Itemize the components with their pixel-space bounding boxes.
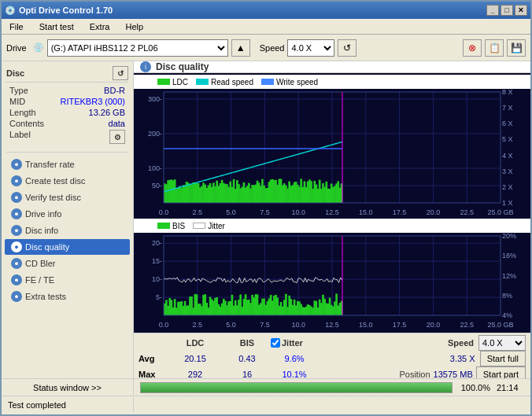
sidebar-btn-icon-disc-info: ●: [11, 225, 22, 236]
stats-position-value: 13575 MB: [434, 370, 473, 378]
disc-contents-row: Contents data: [9, 119, 125, 128]
sidebar-btn-label-cd-bler: CD Bler: [25, 259, 56, 268]
sidebar-btn-icon-cd-bler: ●: [11, 258, 22, 269]
chart-icon: i: [140, 61, 151, 72]
disc-type-value: BD-R: [104, 86, 125, 95]
refresh-button[interactable]: ↺: [338, 39, 357, 57]
stats-max-label: Max: [139, 370, 167, 378]
legend-jitter-label: Jitter: [208, 222, 225, 230]
start-full-button[interactable]: Start full: [480, 351, 526, 366]
sidebar-divider-1: [6, 152, 128, 153]
drive-icon: 💿: [33, 42, 44, 53]
sidebar-btn-label-disc-quality: Disc quality: [25, 242, 69, 252]
time-display: 21:14: [497, 383, 524, 392]
sidebar-btn-drive-info[interactable]: ●Drive info: [5, 206, 130, 222]
jitter-checkbox[interactable]: [271, 338, 280, 348]
close-button[interactable]: ✕: [515, 5, 527, 16]
disc-label-label: Label: [9, 130, 31, 144]
stats-position-row: Position 13575 MB Start part: [399, 366, 526, 378]
sidebar: Disc ↺ Type BD-R MID RITEKBR3 (000) Leng…: [2, 61, 134, 378]
stats-bis-header: BIS: [224, 338, 271, 348]
sidebar-btn-transfer-rate[interactable]: ●Transfer rate: [5, 156, 130, 172]
stats-speed-header: Speed: [448, 338, 474, 348]
disc-refresh-button[interactable]: ↺: [113, 66, 128, 80]
menu-extra[interactable]: Extra: [85, 20, 115, 33]
disc-contents-value: data: [109, 119, 125, 128]
legend-read-speed-color: [196, 79, 209, 85]
sidebar-btn-disc-quality[interactable]: ●Disc quality: [5, 239, 130, 255]
stats-jitter-header-area: Jitter: [271, 338, 303, 348]
menu-bar: File Start test Extra Help: [2, 19, 530, 35]
legend-ldc-color: [157, 79, 170, 85]
sidebar-btn-icon-transfer-rate: ●: [11, 159, 22, 170]
progress-area: 100.0% 21:14: [134, 379, 530, 396]
disc-info-panel: Type BD-R MID RITEKBR3 (000) Length 13.2…: [6, 86, 128, 144]
stats-speed-select[interactable]: 4.0 X: [478, 335, 526, 351]
stats-right-controls: Speed 4.0 X: [448, 335, 526, 351]
menu-start-test[interactable]: Start test: [35, 20, 79, 33]
disc-section-title: Disc: [6, 68, 24, 78]
legend-ldc-label: LDC: [172, 78, 188, 87]
progress-bar: [140, 382, 453, 393]
speed-label: Speed: [260, 43, 285, 53]
eject-button[interactable]: ▲: [231, 39, 250, 57]
sidebar-btn-icon-verify-test-disc: ●: [11, 192, 22, 203]
legend-bis-label: BIS: [172, 222, 185, 230]
copy-button[interactable]: 📋: [485, 39, 504, 57]
stats-avg-bis: 0.43: [224, 354, 271, 363]
disc-label-button[interactable]: ⚙: [109, 130, 125, 144]
disc-type-label: Type: [9, 86, 28, 95]
sidebar-btn-icon-fe-te: ●: [11, 274, 22, 285]
disc-length-label: Length: [9, 108, 36, 117]
toolbar: Drive 💿 (G:) ATAPI iHBS112 2 PL06 ▲ Spee…: [2, 35, 530, 61]
stats-avg-ldc: 20.15: [167, 354, 224, 363]
progress-text: 100.0%: [459, 383, 490, 392]
legend-read-speed-label: Read speed: [211, 78, 253, 87]
save-button[interactable]: 💾: [507, 39, 526, 57]
app-icon: 💿: [5, 6, 16, 16]
stats-jitter-header: Jitter: [282, 338, 303, 348]
start-part-button[interactable]: Start part: [476, 366, 526, 378]
speed-select[interactable]: 4.0 X: [287, 39, 334, 57]
sidebar-btn-label-extra-tests: Extra tests: [25, 292, 66, 301]
legend-write-speed-color: [261, 79, 274, 85]
top-chart: [134, 89, 530, 219]
status-window-button[interactable]: Status window >>: [2, 379, 134, 396]
sidebar-btn-disc-info[interactable]: ●Disc info: [5, 223, 130, 238]
charts-area: LDC Read speed Write speed: [134, 73, 530, 333]
legend-bis: BIS: [157, 222, 185, 230]
legend-ldc: LDC: [157, 78, 188, 87]
minimize-button[interactable]: _: [486, 5, 499, 16]
drive-select[interactable]: (G:) ATAPI iHBS112 2 PL06: [47, 39, 228, 57]
sidebar-nav: ●Transfer rate●Create test disc●Verify t…: [2, 156, 133, 305]
menu-help[interactable]: Help: [120, 20, 148, 33]
top-chart-container: [134, 89, 530, 219]
bottom-legend: BIS Jitter: [134, 219, 530, 233]
disc-mid-value[interactable]: RITEKBR3 (000): [60, 97, 125, 106]
sidebar-btn-label-drive-info: Drive info: [25, 209, 61, 219]
sidebar-btn-verify-test-disc[interactable]: ●Verify test disc: [5, 190, 130, 205]
stats-avg-label: Avg: [139, 354, 167, 363]
stats-avg-row: Avg 20.15 0.43 9.6% 3.35 X Start full: [139, 351, 526, 366]
stats-avg-jitter: 9.6%: [271, 354, 318, 363]
stats-speed-row: 3.35 X Start full: [450, 351, 526, 366]
main-content: Disc ↺ Type BD-R MID RITEKBR3 (000) Leng…: [2, 61, 530, 378]
sidebar-btn-label-create-test-disc: Create test disc: [25, 176, 85, 186]
sidebar-btn-label-verify-test-disc: Verify test disc: [25, 193, 81, 202]
sidebar-btn-fe-te[interactable]: ●FE / TE: [5, 272, 130, 288]
sidebar-btn-icon-create-test-disc: ●: [11, 175, 22, 186]
erase-button[interactable]: ⊗: [463, 39, 482, 57]
sidebar-btn-extra-tests[interactable]: ●Extra tests: [5, 289, 130, 304]
legend-write-speed-label: Write speed: [276, 78, 318, 87]
sidebar-btn-cd-bler[interactable]: ●CD Bler: [5, 256, 130, 271]
legend-jitter-color: [193, 223, 205, 229]
progress-bar-fill: [141, 383, 452, 392]
legend-bis-color: [157, 223, 170, 229]
bottom-chart-container: [134, 233, 530, 331]
sidebar-btn-label-fe-te: FE / TE: [25, 275, 54, 285]
disc-mid-label: MID: [9, 97, 25, 106]
maximize-button[interactable]: □: [501, 5, 513, 16]
sidebar-btn-create-test-disc[interactable]: ●Create test disc: [5, 173, 130, 189]
main-window: 💿 Opti Drive Control 1.70 _ □ ✕ File Sta…: [0, 0, 532, 416]
menu-file[interactable]: File: [5, 20, 28, 33]
